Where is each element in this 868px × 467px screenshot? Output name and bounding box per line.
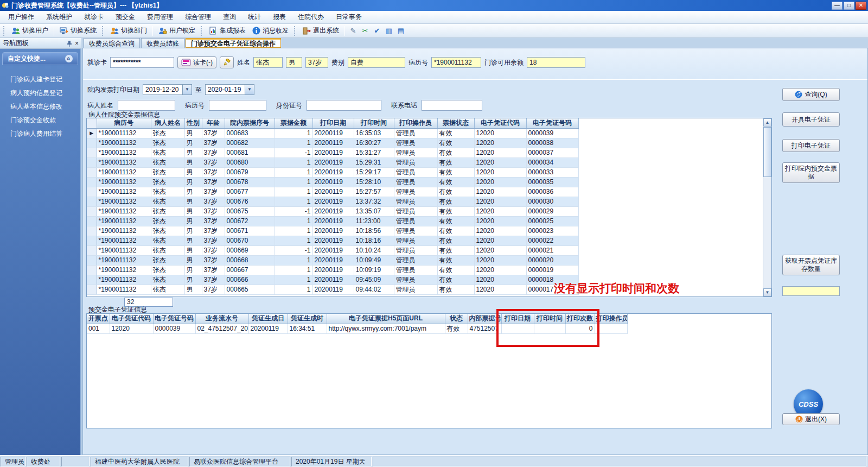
column-header[interactable]: 打印时间 [534, 314, 565, 324]
menu-item[interactable]: 报表 [267, 11, 292, 23]
issue-evoucher-button[interactable]: 开具电子凭证 [782, 112, 840, 127]
nav-item[interactable]: 门诊病人建卡登记 [0, 73, 80, 86]
chevron-up-icon[interactable]: « [65, 55, 73, 62]
column-header[interactable]: 内部票据号 [468, 314, 501, 324]
table-row[interactable]: *1900011132张杰男37岁00068012020011915:29:31… [87, 157, 578, 167]
column-header[interactable]: 病历号 [97, 118, 151, 128]
panel-close-icon[interactable]: × [75, 41, 79, 46]
table-row[interactable]: *1900011132张杰男37岁00067912020011915:29:17… [87, 167, 578, 177]
table-row[interactable]: *1900011132张杰男37岁000675-12020011913:35:0… [87, 206, 578, 216]
dropdown-arrow-icon[interactable]: ▼ [182, 85, 192, 94]
switch-department-button[interactable]: 切换部门 [107, 25, 150, 36]
date-to-dropdown[interactable]: 2020-01-19 ▼ [205, 84, 254, 95]
exit-button[interactable]: 退出(X) [782, 413, 840, 425]
table-row[interactable]: *1900011132张杰男37岁00067112020011910:18:56… [87, 226, 578, 236]
menu-item[interactable]: 预交金 [110, 11, 141, 23]
switch-system-button[interactable]: 切换系统 [56, 25, 100, 36]
nav-item[interactable]: 病人预约信息登记 [0, 86, 80, 100]
check-icon-button[interactable]: ✔ [371, 26, 383, 36]
print-hospital-receipt-button[interactable]: 打印院内预交金票据 [782, 162, 840, 183]
stock-quantity-field[interactable] [782, 286, 840, 296]
table-row[interactable]: *1900011132张杰男37岁00067812020011915:28:10… [87, 177, 578, 187]
close-button[interactable]: ✕ [856, 2, 866, 10]
dropdown-arrow-icon[interactable]: ▼ [245, 85, 254, 94]
user-lock-button[interactable]: 用户锁定 [155, 25, 199, 36]
vertical-scrollbar[interactable]: ▲ ▼ [763, 118, 771, 296]
column-header[interactable]: 打印次数 [565, 314, 595, 324]
column-header[interactable]: 院内票据序号 [225, 118, 275, 128]
menu-item[interactable]: 就诊卡 [78, 11, 110, 23]
table-row[interactable]: *1900011132张杰男37岁00066712020011910:09:19… [87, 265, 578, 275]
table-row[interactable]: *1900011132张杰男37岁00067212020011911:23:00… [87, 216, 578, 226]
edit-icon-button[interactable]: ✎ [347, 26, 359, 36]
toolbar-grip[interactable] [3, 26, 6, 36]
column-header[interactable]: 打印日期 [312, 118, 354, 128]
toolbar-grip[interactable] [294, 26, 297, 36]
maximize-button[interactable]: □ [844, 2, 854, 10]
nav-item[interactable]: 病人基本信息修改 [0, 100, 80, 113]
menu-item[interactable]: 系统维护 [40, 11, 78, 23]
column-header[interactable]: 年龄 [202, 118, 225, 128]
column-header[interactable]: 电子凭证号码 [153, 314, 195, 324]
table-row[interactable]: *1900011132张杰男37岁00066512020011909:44:02… [87, 285, 578, 294]
nav-item[interactable]: 门诊病人费用结算 [0, 127, 80, 141]
table-row[interactable]: *1900011132张杰男37岁00066612020011909:45:09… [87, 275, 578, 285]
column-header[interactable]: 开票点 [87, 314, 110, 324]
query-button[interactable]: 查询(Q) [782, 88, 840, 101]
filter-phone-input[interactable] [422, 100, 482, 111]
window-icon-button[interactable]: ▤ [395, 26, 407, 36]
minimize-button[interactable]: — [832, 2, 843, 10]
column-header[interactable]: 电子凭证代码 [110, 314, 153, 324]
table-row[interactable]: ▶*1900011132张杰男37岁00068312020011916:35:0… [87, 128, 578, 138]
menu-item[interactable]: 住院代办 [292, 11, 330, 23]
exit-system-button[interactable]: 退出系统 [299, 25, 342, 36]
filter-record-no-input[interactable] [209, 100, 266, 111]
menu-item[interactable]: 统计 [242, 11, 267, 23]
column-header[interactable]: 票据状态 [437, 118, 474, 128]
filter-patient-name-input[interactable] [118, 100, 175, 111]
card-tool-button[interactable] [220, 56, 234, 68]
tab-cashier-query[interactable]: 收费员综合查询 [84, 38, 140, 48]
tools-icon-button[interactable]: ✂ [359, 26, 371, 36]
table-row[interactable]: *1900011132张杰男37岁00068212020011916:30:27… [87, 138, 578, 148]
column-header[interactable]: 电子凭证代码 [474, 118, 526, 128]
card-number-field[interactable]: *********** [110, 57, 174, 68]
column-header[interactable]: 打印时间 [354, 118, 394, 128]
table-row[interactable]: *1900011132张杰男37岁00066812020011910:09:49… [87, 255, 578, 265]
filter-id-card-input[interactable] [307, 100, 381, 111]
menu-item[interactable]: 查询 [217, 11, 242, 23]
nav-item[interactable]: 门诊预交金收款 [0, 113, 80, 127]
receipts-table[interactable]: 病历号病人姓名性别年龄院内票据序号票据金额打印日期打印时间打印操作员票据状态电子… [87, 118, 579, 295]
get-voucher-stock-button[interactable]: 获取开票点凭证库存数量 [782, 255, 840, 275]
menu-item[interactable]: 日常事务 [330, 11, 368, 23]
toolbar-grip[interactable] [102, 26, 105, 36]
column-header[interactable]: 电子凭证号码 [526, 118, 578, 128]
toolbar-grip[interactable] [201, 26, 203, 36]
tab-cashier-settlement[interactable]: 收费员结账 [141, 38, 184, 48]
column-header[interactable]: 票据金额 [275, 118, 312, 128]
column-header[interactable]: 凭证生成日 [248, 314, 288, 324]
table-row[interactable]: *1900011132张杰男37岁000681-12020011915:31:2… [87, 148, 578, 157]
scrollbar-thumb[interactable] [763, 127, 771, 177]
column-header[interactable]: 性别 [184, 118, 202, 128]
menu-item[interactable]: 用户操作 [2, 11, 40, 23]
column-header[interactable]: 业务流水号 [195, 314, 248, 324]
nav-group-custom-shortcuts[interactable]: 自定义快捷... « [2, 52, 78, 65]
tab-evoucher-operations[interactable]: 门诊预交金电子凭证综合操作 [186, 38, 281, 48]
table-row[interactable]: *1900011132张杰男37岁00067612020011913:37:32… [87, 197, 578, 206]
print-evoucher-button[interactable]: 打印电子凭证 [782, 139, 840, 152]
table-row[interactable]: *1900011132张杰男37岁00067012020011910:18:16… [87, 236, 578, 245]
scroll-up-icon[interactable]: ▲ [763, 118, 771, 127]
menu-item[interactable]: 综合管理 [179, 11, 217, 23]
pin-icon[interactable] [67, 40, 72, 47]
table-row[interactable]: *1900011132张杰男37岁00067712020011915:27:57… [87, 187, 578, 197]
table-row[interactable]: *1900011132张杰男37岁000669-12020011910:10:2… [87, 245, 578, 255]
vouchers-table[interactable]: 开票点电子凭证代码电子凭证号码业务流水号凭证生成日凭证生成时电子凭证票据H5页面… [87, 314, 628, 334]
date-from-dropdown[interactable]: 2019-12-20 ▼ [143, 84, 192, 95]
menu-item[interactable]: 费用管理 [141, 11, 179, 23]
column-header[interactable]: 状态 [445, 314, 468, 324]
switch-user-button[interactable]: 切换用户 [8, 25, 52, 36]
table-row[interactable]: 00112020000003902_47512507_202020011916:… [87, 324, 627, 333]
message-button[interactable]: 消息收发 [249, 25, 292, 36]
column-header[interactable]: 打印日期 [501, 314, 534, 324]
